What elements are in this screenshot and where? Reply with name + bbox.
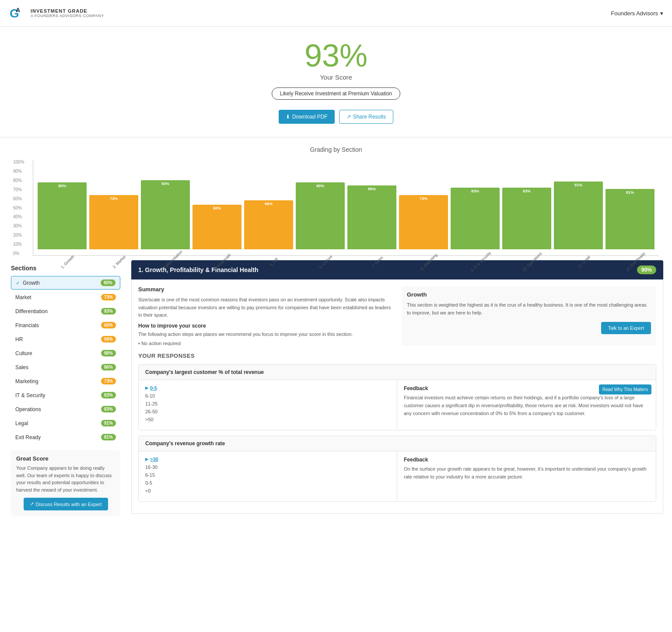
response-option[interactable]: 0-5: [145, 385, 390, 391]
response-option[interactable]: >30: [145, 457, 390, 462]
growth-col: Growth This section is weighted the high…: [402, 286, 656, 346]
sidebar-item-name: Legal: [15, 420, 28, 426]
score-buttons: ⬇ Download PDF ↗ Share Results: [9, 110, 663, 124]
bar: 90%: [296, 182, 345, 249]
sidebar-score-badge: 90%: [101, 350, 116, 356]
bar-group: 83%10. Operations: [502, 188, 551, 255]
sidebar-item[interactable]: Exit Ready81%: [11, 431, 120, 443]
sidebar-items-list: ✓Growth90%Market73%Differentiation93%Fin…: [11, 276, 120, 443]
score-badge: Likely Receive Investment at Premium Val…: [272, 87, 401, 100]
sidebar-item-name: HR: [15, 336, 23, 342]
feedback-heading: Feedback: [404, 457, 649, 463]
bar: 90%: [38, 182, 87, 249]
bar: 60%: [192, 205, 242, 249]
responses-title: YOUR RESPONSES: [138, 353, 656, 359]
response-card-header: Company's revenue growth rate: [139, 436, 656, 451]
sidebar-item[interactable]: Operations83%: [11, 403, 120, 416]
sidebar-item[interactable]: Financials60%: [11, 319, 120, 332]
response-option: 26-50: [145, 409, 390, 414]
sidebar-score-badge: 60%: [101, 322, 116, 328]
selected-option-link[interactable]: >30: [150, 457, 158, 462]
main-layout: Sections ✓Growth90%Market73%Differentiat…: [0, 260, 672, 529]
bar: 73%: [89, 195, 138, 249]
sidebar-item[interactable]: Legal91%: [11, 417, 120, 429]
response-option: 6-10: [145, 393, 390, 398]
response-option: >50: [145, 417, 390, 422]
growth-text: This section is weighted the highest as …: [407, 301, 651, 317]
sidebar-score-badge: 66%: [101, 336, 116, 342]
download-pdf-button[interactable]: ⬇ Download PDF: [279, 110, 335, 124]
svg-text:A: A: [16, 7, 20, 14]
sidebar-item-name: Financials: [15, 322, 39, 328]
bar-group: 93%3. Differentiation: [141, 180, 190, 255]
sub-brand: A FOUNDERS ADVISORS COMPANY: [31, 14, 104, 18]
sidebar-item[interactable]: Differentiation93%: [11, 305, 120, 318]
section-header-title: 1. Growth, Profitability & Financial Hea…: [138, 266, 259, 273]
bar-group: 90%6. Culture: [296, 182, 345, 255]
response-options: >3016-306-150-5<0: [139, 451, 397, 501]
response-option: <0: [145, 488, 390, 493]
sidebar-score-badge: 83%: [101, 406, 116, 412]
response-card-body: >3016-306-150-5<0FeedbackOn the surface …: [139, 451, 656, 501]
chart-y-axis: 0% 10% 20% 30% 40% 50% 60% 70% 80% 90% 1…: [13, 160, 24, 256]
bar: 83%: [502, 188, 551, 249]
great-score-text: Your Company appears to be doing really …: [16, 464, 115, 493]
selected-option-link[interactable]: 0-5: [150, 385, 157, 391]
talk-to-expert-button[interactable]: Talk to an Expert: [601, 322, 651, 334]
score-label: Your Score: [9, 73, 663, 81]
sidebar-item[interactable]: IT & Security83%: [11, 389, 120, 402]
bar: 66%: [244, 200, 293, 249]
feedback-text: On the surface your growth rate appears …: [404, 465, 649, 481]
bar-group: 91%11. Legal: [554, 182, 603, 255]
discuss-results-button[interactable]: ↗ Discuss Results with an Expert: [24, 498, 108, 510]
bar: 91%: [554, 182, 603, 249]
sidebar-item-name: ✓Growth: [16, 280, 40, 286]
chart-title: Grading by Section: [13, 146, 659, 153]
sidebar-score-badge: 73%: [101, 294, 116, 300]
download-icon: ⬇: [286, 114, 290, 120]
feedback-col: Read Why This MattersFeedbackFinancial i…: [397, 380, 656, 430]
read-why-button[interactable]: Read Why This Matters: [599, 384, 651, 395]
feedback-col: FeedbackOn the surface your growth rate …: [397, 451, 656, 501]
bar-group: 83%9. IT & Security: [451, 188, 500, 255]
sidebar-item[interactable]: ✓Growth90%: [11, 276, 120, 290]
bar-group: 66%5. HR: [244, 200, 293, 255]
sidebar-score-badge: 81%: [101, 434, 116, 440]
bar: 83%: [451, 188, 500, 249]
bar-group: 81%12. Exit Ready: [606, 189, 654, 255]
founders-advisors-nav[interactable]: Founders Advisors ▾: [611, 10, 663, 17]
sidebar-item[interactable]: Marketing73%: [11, 375, 120, 388]
great-score-title: Great Score: [16, 455, 115, 462]
sidebar-score-badge: 83%: [101, 392, 116, 398]
sidebar-item-name: Exit Ready: [15, 434, 41, 440]
chart-section: Grading by Section 0% 10% 20% 30% 40% 50…: [0, 137, 672, 260]
sidebar-item[interactable]: Sales86%: [11, 361, 120, 374]
sidebar-score-badge: 73%: [101, 378, 116, 384]
sidebar-item-name: Sales: [15, 364, 28, 370]
chevron-down-icon: ▾: [660, 10, 663, 17]
logo-area: G A INVESTMENT GRADE A FOUNDERS ADVISORS…: [9, 4, 104, 22]
sidebar-item-name: IT & Security: [15, 392, 45, 398]
sidebar-item[interactable]: Market73%: [11, 291, 120, 304]
response-option: 16-30: [145, 464, 390, 470]
response-card-header: Company's largest customer % of total re…: [139, 365, 656, 380]
bar: 73%: [399, 195, 448, 249]
great-score-box: Great Score Your Company appears to be d…: [11, 450, 120, 516]
sidebar-item[interactable]: Culture90%: [11, 347, 120, 360]
bar: 86%: [347, 185, 396, 249]
sidebar: Sections ✓Growth90%Market73%Differentiat…: [4, 260, 127, 520]
response-question: Company's revenue growth rate: [145, 440, 649, 447]
check-icon: ✓: [16, 280, 20, 286]
summary-row: Summary Size/scale is one of the most co…: [138, 286, 656, 346]
logo-icon: G A: [9, 4, 26, 22]
content-area: 1. Growth, Profitability & Financial Hea…: [127, 260, 668, 520]
growth-heading: Growth: [407, 291, 651, 298]
sidebar-score-badge: 90%: [101, 279, 116, 286]
sidebar-item-name: Market: [15, 294, 32, 300]
score-number: 93%: [9, 40, 663, 71]
summary-heading: Summary: [138, 286, 393, 293]
sidebar-score-badge: 91%: [101, 420, 116, 426]
response-option: 6-15: [145, 472, 390, 478]
share-results-button[interactable]: ↗ Share Results: [339, 110, 393, 124]
sidebar-item[interactable]: HR66%: [11, 333, 120, 346]
